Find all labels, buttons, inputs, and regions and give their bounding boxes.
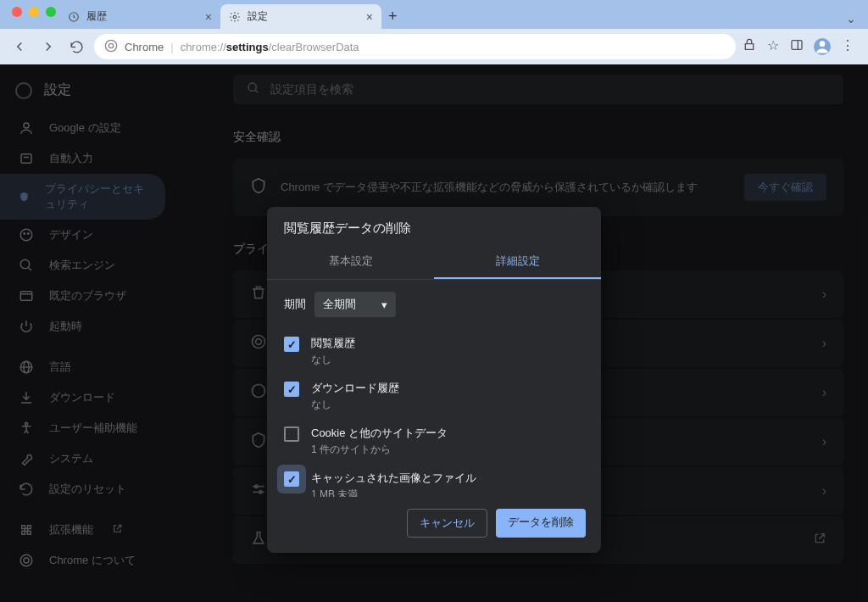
browser-icon bbox=[19, 288, 34, 304]
share-icon[interactable] bbox=[743, 38, 756, 52]
back-button[interactable] bbox=[8, 36, 31, 58]
panel-icon[interactable] bbox=[790, 38, 804, 52]
svg-point-1 bbox=[233, 15, 236, 19]
svg-point-13 bbox=[20, 259, 30, 269]
browser-chrome: 履歴 × 設定 × + ⌄ Chrome | chrome://settings… bbox=[0, 0, 868, 64]
settings-search[interactable]: 設定項目を検索 bbox=[233, 75, 843, 104]
download-icon bbox=[19, 390, 34, 405]
profile-avatar[interactable] bbox=[814, 38, 831, 55]
sidebar-item-accessibility[interactable]: ユーザー補助機能 bbox=[0, 413, 165, 443]
checkbox-label: キャッシュされた画像とファイル bbox=[311, 471, 476, 486]
time-label: 期間 bbox=[284, 297, 306, 312]
sidebar-item-label: 拡張機能 bbox=[49, 522, 93, 538]
svg-line-14 bbox=[28, 267, 31, 270]
svg-rect-15 bbox=[20, 292, 32, 301]
autofill-icon bbox=[19, 151, 34, 166]
svg-point-11 bbox=[24, 233, 25, 235]
reload-button[interactable] bbox=[66, 36, 87, 58]
delete-button[interactable]: データを削除 bbox=[496, 509, 586, 538]
sidebar-item-label: ダウンロード bbox=[49, 390, 115, 405]
menu-icon[interactable]: ⋮ bbox=[841, 38, 854, 52]
sidebar-item-person[interactable]: Google の設定 bbox=[0, 113, 165, 143]
sidebar-item-search[interactable]: 検索エンジン bbox=[0, 250, 165, 281]
sidebar-item-label: ユーザー補助機能 bbox=[49, 421, 137, 436]
svg-point-21 bbox=[20, 555, 32, 566]
toolbar: Chrome | chrome://settings/clearBrowserD… bbox=[0, 29, 868, 64]
target-icon bbox=[250, 333, 267, 354]
svg-point-22 bbox=[24, 558, 29, 563]
history-icon bbox=[68, 11, 80, 23]
external-link-icon bbox=[813, 532, 826, 549]
person-icon bbox=[19, 120, 34, 136]
window-minimize[interactable] bbox=[29, 7, 39, 17]
sidebar-item-puzzle[interactable]: 拡張機能 bbox=[0, 515, 165, 545]
checkbox-label: Cookie と他のサイトデータ bbox=[311, 426, 448, 441]
chevron-right-icon: › bbox=[822, 385, 826, 400]
tab-close[interactable]: × bbox=[205, 10, 212, 24]
sidebar-item-label: Google の設定 bbox=[49, 120, 121, 136]
tab-basic[interactable]: 基本設定 bbox=[267, 245, 434, 279]
checkbox-row[interactable]: 閲覧履歴なし bbox=[284, 329, 584, 374]
safety-check-button[interactable]: 今すぐ確認 bbox=[744, 174, 826, 201]
window-controls bbox=[0, 0, 68, 17]
cancel-button[interactable]: キャンセル bbox=[407, 509, 487, 538]
reset-icon bbox=[19, 482, 34, 497]
tab-strip: 履歴 × 設定 × + ⌄ bbox=[0, 0, 868, 29]
forward-button[interactable] bbox=[37, 36, 59, 58]
sidebar-item-power[interactable]: 起動時 bbox=[0, 311, 165, 342]
sidebar-item-paint[interactable]: デザイン bbox=[0, 220, 165, 250]
clear-data-dialog: 閲覧履歴データの削除 基本設定 詳細設定 期間 全期間 ▾ 閲覧履歴なしダウンロ… bbox=[267, 207, 601, 553]
tune-icon bbox=[250, 481, 267, 501]
address-bar[interactable]: Chrome | chrome://settings/clearBrowserD… bbox=[94, 34, 736, 59]
checkbox-row[interactable]: Cookie と他のサイトデータ1 件のサイトから bbox=[284, 419, 584, 464]
sidebar-item-label: Chrome について bbox=[49, 553, 136, 568]
checkbox-label: 閲覧履歴 bbox=[311, 336, 355, 351]
checkbox[interactable] bbox=[284, 471, 299, 487]
checkbox[interactable] bbox=[284, 426, 299, 442]
tab-settings[interactable]: 設定 × bbox=[220, 4, 381, 29]
search-placeholder: 設定項目を検索 bbox=[270, 82, 353, 98]
sidebar-item-reset[interactable]: 設定のリセット bbox=[0, 474, 165, 504]
power-icon bbox=[19, 319, 34, 334]
sidebar-item-label: 既定のブラウザ bbox=[49, 288, 126, 304]
cookie-icon bbox=[250, 382, 267, 403]
checkbox[interactable] bbox=[284, 337, 299, 352]
sidebar-item-globe[interactable]: 言語 bbox=[0, 352, 165, 382]
sidebar-item-wrench[interactable]: システム bbox=[0, 443, 165, 474]
time-range-select[interactable]: 全期間 ▾ bbox=[314, 292, 396, 317]
svg-point-20 bbox=[25, 422, 28, 425]
sidebar-item-download[interactable]: ダウンロード bbox=[0, 382, 165, 413]
sidebar: 設定 Google の設定自動入力プライバシーとセキュリティデザイン検索エンジン… bbox=[0, 64, 216, 602]
tab-advanced[interactable]: 詳細設定 bbox=[434, 245, 601, 279]
checkbox[interactable] bbox=[284, 382, 299, 397]
sidebar-item-browser[interactable]: 既定のブラウザ bbox=[0, 281, 165, 311]
dialog-title: 閲覧履歴データの削除 bbox=[267, 207, 601, 245]
tab-close[interactable]: × bbox=[366, 10, 373, 24]
window-close[interactable] bbox=[12, 7, 22, 17]
search-icon bbox=[247, 81, 260, 98]
sidebar-item-label: 言語 bbox=[49, 360, 71, 375]
sidebar-item-chrome[interactable]: Chrome について bbox=[0, 545, 165, 576]
trash-icon bbox=[250, 284, 267, 304]
checkbox-row[interactable]: キャッシュされた画像とファイル1 MB 未満 bbox=[284, 464, 584, 497]
sidebar-item-autofill[interactable]: 自動入力 bbox=[0, 143, 165, 174]
tab-history[interactable]: 履歴 × bbox=[59, 4, 220, 29]
page-title: 設定 bbox=[44, 81, 71, 99]
wrench-icon bbox=[19, 451, 34, 466]
chrome-logo bbox=[15, 82, 32, 99]
tab-overflow[interactable]: ⌄ bbox=[834, 8, 868, 29]
window-maximize[interactable] bbox=[46, 7, 56, 17]
shield-icon bbox=[19, 189, 30, 204]
sidebar-item-shield[interactable]: プライバシーとセキュリティ bbox=[0, 174, 165, 220]
svg-point-26 bbox=[256, 339, 262, 345]
sidebar-item-label: デザイン bbox=[49, 227, 93, 242]
chevron-right-icon: › bbox=[822, 434, 826, 449]
page-header: 設定 bbox=[0, 75, 216, 113]
shield-icon bbox=[250, 177, 267, 198]
sidebar-item-label: 自動入力 bbox=[49, 151, 93, 166]
new-tab-button[interactable]: + bbox=[381, 4, 404, 29]
bookmark-icon[interactable]: ☆ bbox=[766, 38, 780, 52]
chrome-icon bbox=[104, 39, 118, 55]
dialog-actions: キャンセル データを削除 bbox=[267, 497, 601, 553]
checkbox-row[interactable]: ダウンロード履歴なし bbox=[284, 374, 584, 419]
